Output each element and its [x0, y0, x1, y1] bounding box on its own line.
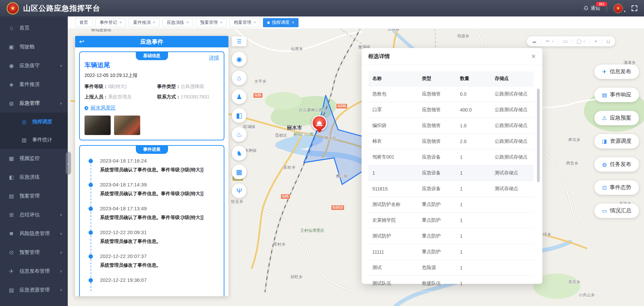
chevron-down-icon: ∨: [552, 40, 554, 43]
tab-home[interactable]: 首页 ×: [75, 18, 93, 27]
sidebar-item-icon: ◎: [21, 119, 28, 125]
hazard-layer-icon[interactable]: ♨: [232, 127, 247, 142]
draw-tool-icon[interactable]: ✂∨: [546, 38, 554, 44]
sidebar-item-summary-eval[interactable]: ⊞ 总结评估 ∨: [0, 205, 68, 224]
action-label: 应急预案: [610, 115, 631, 122]
event-situation-button[interactable]: ⊡事件态势: [594, 180, 639, 195]
warehouse-layer-icon[interactable]: ⌂: [232, 71, 247, 85]
rescue-layer-icon[interactable]: ♞: [232, 146, 247, 161]
shelter-layer-icon[interactable]: ◧: [232, 108, 247, 123]
sidebar-item-emergency-mgmt[interactable]: ◍ 应急管理 ∧: [0, 94, 68, 113]
驾桥车001[interactable]: 驾桥车001 应急设备 1 公路测试存储点: [368, 149, 534, 165]
史莱姆学院[interactable]: 史莱姆学院 重点防护 1: [368, 213, 534, 228]
口罩[interactable]: 口罩 应急物资 400.0 公路测试存储点: [368, 102, 534, 118]
tab-close-icon[interactable]: ×: [186, 20, 189, 25]
national-emblem-logo: ★: [7, 2, 19, 14]
测试[interactable]: 测试 危险源 1: [368, 260, 534, 276]
tab-case-deduction[interactable]: 案件推演 ×: [129, 18, 160, 27]
sidebar-item-cockpit[interactable]: ▣ 驾驶舱: [0, 37, 68, 56]
sidebar-item-plan-mgmt[interactable]: ▤ 预案管理: [0, 186, 68, 205]
11111[interactable]: 11111 重点防护 1: [368, 244, 534, 260]
app-title: 山区公路应急指挥平台: [23, 3, 100, 13]
panel-title: 应急事件: [141, 38, 163, 46]
sidebar-item-label: 驾驶舱: [19, 44, 35, 50]
tab-command-dispatch[interactable]: 指挥调度 ×: [263, 18, 299, 27]
action-icon: ⚠: [602, 115, 607, 121]
toolbar-divider[interactable]: [602, 39, 602, 44]
col-qty: 数量: [456, 71, 491, 86]
sidebar-item-command-dispatch[interactable]: ◎ 指挥调度: [0, 113, 68, 131]
sidebar-item-risk-mgmt[interactable]: ◙ 风险隐患管理 ∨: [0, 224, 68, 243]
编织袋[interactable]: 编织袋 应急物资 1.0 公路测试存储点: [368, 118, 534, 134]
tab-label: 预案管理: [200, 19, 218, 26]
sidebar-item-event-stats[interactable]: ▥ 事件统计: [0, 131, 68, 149]
511615[interactable]: 511615 应急设备 1 测试存储点: [368, 181, 534, 197]
sidebar-item-home[interactable]: ⌂ 首页: [0, 18, 68, 37]
app-header: ★ 山区公路应急指挥平台 通知 381 | ★ ▾: [0, 0, 644, 16]
tab-close-icon[interactable]: ×: [119, 20, 122, 25]
tab-archive-mgmt[interactable]: 档案管理 ×: [229, 18, 260, 27]
sidebar-item-warning-mgmt[interactable]: ⊙ 预警管理 ∨: [0, 243, 68, 262]
timeline-text: 系统管理员修改了事件信息。: [100, 238, 217, 245]
toolbar-divider[interactable]: [541, 39, 541, 44]
event-response-button[interactable]: ▤事件响应: [594, 88, 639, 102]
info-publish-button[interactable]: ✈信息发布: [594, 64, 639, 79]
event-location-link[interactable]: 丽水风景区: [85, 105, 219, 111]
detail-link[interactable]: 详情: [209, 55, 219, 61]
close-icon[interactable]: ×: [531, 53, 536, 60]
emergency-plan-button[interactable]: ⚠应急预案: [594, 111, 639, 125]
测试防护名称[interactable]: 测试防护名称 重点防护 1: [368, 197, 534, 213]
急救包[interactable]: 急救包 应急物资 0.0 公路测试存储点: [368, 86, 534, 102]
layers-toggle-icon[interactable]: ☰: [232, 36, 247, 46]
tab-event-register[interactable]: 事件登记 ×: [95, 18, 126, 27]
comms-layer-icon[interactable]: Ψ: [232, 183, 247, 198]
camera-layer-icon[interactable]: ◉: [232, 52, 247, 67]
sidebar-item-info-publish-mgmt[interactable]: ✈ 信息发布管理 ∨: [0, 262, 68, 280]
tab-close-icon[interactable]: ×: [220, 20, 222, 25]
timeline-entry: 2023-04-18 17:16:24 系统管理员确认了事件信息。事件等级:[Ⅰ…: [100, 158, 217, 182]
sidebar-collapse-handle[interactable]: ‹: [66, 152, 71, 175]
测试防护[interactable]: 测试防护 重点防护 1: [368, 228, 534, 244]
tab-close-icon[interactable]: ×: [292, 20, 294, 25]
toolbar-divider[interactable]: [572, 39, 572, 44]
locate-tool-icon[interactable]: ⌖: [594, 38, 597, 44]
team-layer-icon[interactable]: ♟: [232, 89, 247, 104]
delete-tool-icon[interactable]: ⊔: [606, 38, 610, 44]
1[interactable]: 1 应急设备 1 测试存储点: [368, 165, 534, 181]
sidebar-item-duty[interactable]: ◉ 应急值守 ∨: [0, 56, 68, 75]
measure-tool-icon[interactable]: ▭: [563, 38, 568, 44]
action-icon: ◍: [602, 161, 607, 168]
scrollbar-thumb[interactable]: [537, 89, 540, 182]
测试队伍[interactable]: 测试队伍 救援队伍 1: [368, 276, 534, 292]
toolbar-divider[interactable]: [558, 39, 558, 44]
sidebar-item-drill[interactable]: ◧ 应急演练: [0, 168, 68, 186]
sidebar-item-case-deduction[interactable]: ◈ 案件推演: [0, 75, 68, 94]
event-photo[interactable]: [114, 116, 140, 135]
tab-plan-mgmt[interactable]: 预案管理 ×: [196, 18, 227, 27]
weather-tool-icon[interactable]: ☁: [532, 38, 537, 44]
棉衣[interactable]: 棉衣 应急物资 2.0 公路测试存储点: [368, 134, 534, 149]
sidebar-item-icon: ⊞: [8, 212, 15, 218]
tab-drill[interactable]: 应急演练 ×: [162, 18, 193, 27]
sidebar-item-video-monitor[interactable]: ▦ 视频监控: [0, 149, 68, 168]
toolbar-divider[interactable]: [590, 39, 590, 44]
fullscreen-icon[interactable]: [632, 5, 637, 11]
sidebar-item-label: 应急资源管理: [19, 287, 50, 293]
sidebar-item-label: 案件推演: [19, 81, 40, 88]
situation-summary-button[interactable]: ▭情况汇总: [594, 204, 639, 218]
box-select-tool-icon[interactable]: ▢∨: [577, 38, 585, 44]
back-icon[interactable]: ↩: [79, 39, 84, 45]
tab-close-icon[interactable]: ×: [153, 20, 155, 25]
event-marker[interactable]: [312, 115, 327, 132]
building-layer-icon[interactable]: ▦: [232, 165, 247, 179]
event-photo[interactable]: [85, 116, 111, 135]
sidebar-item-resource-mgmt[interactable]: ▨ 应急资源管理 ∨: [0, 280, 68, 299]
timeline-time: 2023-04-18 17:14:39: [100, 182, 217, 187]
task-publish-button[interactable]: ◍任务发布: [594, 157, 639, 172]
tab-close-icon[interactable]: ×: [254, 20, 256, 25]
notifications-button[interactable]: 通知 381: [583, 5, 600, 11]
timeline: 2023-04-18 17:16:24 系统管理员确认了事件信息。事件等级:[Ⅰ…: [91, 158, 217, 291]
resource-dispatch-button[interactable]: ◨资源调度: [594, 134, 639, 148]
basic-info-card: 基础信息 详情 车辆追尾 2022-12-05 10:29:12上报 事件等级：…: [79, 51, 224, 140]
user-menu[interactable]: ★ ▾: [613, 4, 626, 13]
